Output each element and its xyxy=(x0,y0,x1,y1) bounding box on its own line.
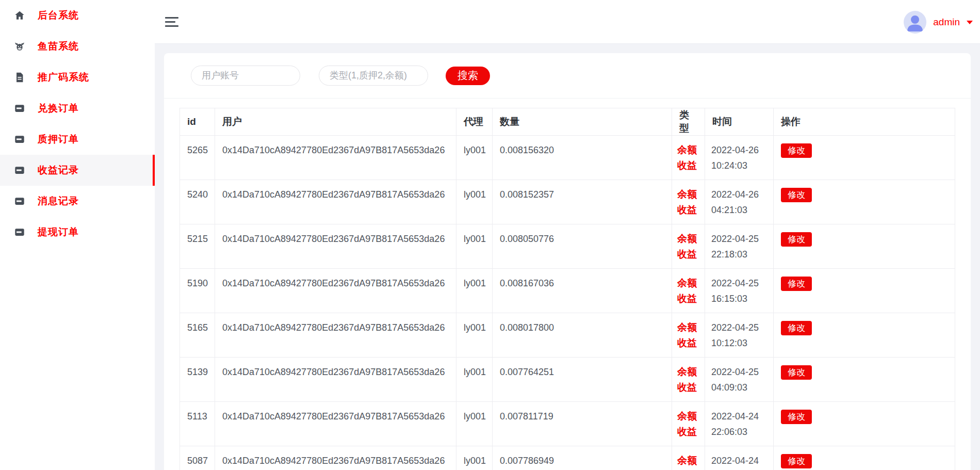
cell-id: 5139 xyxy=(180,358,215,402)
cell-type: 余额收益 xyxy=(672,446,705,470)
sidebar-nav: 后台系统鱼苗系统推广码系统兑换订单质押订单收益记录消息记录提现订单 xyxy=(0,0,155,248)
col-header-id: id xyxy=(180,108,215,136)
sidebar-item-exchange-orders[interactable]: 兑换订单 xyxy=(0,93,155,124)
edit-button[interactable]: 修改 xyxy=(781,277,812,291)
sidebar-item-label: 推广码系统 xyxy=(38,71,89,84)
cell-id: 5240 xyxy=(180,180,215,224)
sidebar-item-earnings-records[interactable]: 收益记录 xyxy=(0,155,155,186)
table-header-row: id用户代理数量类型时间操作 xyxy=(180,108,955,136)
cell-time: 2022-04-25 10:12:03 xyxy=(705,313,774,358)
sidebar-item-label: 鱼苗系统 xyxy=(38,40,79,53)
card-icon xyxy=(14,196,25,207)
cell-user: 0x14Da710cA89427780Ed2367dA97B817A5653da… xyxy=(215,136,456,180)
cell-type: 余额收益 xyxy=(672,136,705,180)
edit-button[interactable]: 修改 xyxy=(781,410,812,424)
cell-id: 5190 xyxy=(180,269,215,313)
col-header-time: 时间 xyxy=(705,108,774,136)
sidebar-item-promo-code-system[interactable]: 推广码系统 xyxy=(0,62,155,93)
cell-user: 0x14Da710cA89427780Ed2367dA97B817A5653da… xyxy=(215,180,456,224)
cell-action: 修改 xyxy=(774,402,955,446)
cell-agent: ly001 xyxy=(456,180,493,224)
chevron-down-icon[interactable] xyxy=(967,21,973,24)
cell-type: 余额收益 xyxy=(672,313,705,358)
card-icon xyxy=(14,103,25,114)
col-header-amount: 数量 xyxy=(493,108,672,136)
col-header-type: 类型 xyxy=(672,108,705,136)
records-table: id用户代理数量类型时间操作 5265 0x14Da710cA89427780E… xyxy=(179,108,955,470)
table-row: 5139 0x14Da710cA89427780Ed2367dA97B817A5… xyxy=(180,358,955,402)
cell-amount: 0.008152357 xyxy=(493,180,672,224)
edit-button[interactable]: 修改 xyxy=(781,232,812,247)
cell-action: 修改 xyxy=(774,269,955,313)
cell-agent: ly001 xyxy=(456,358,493,402)
account-input[interactable] xyxy=(191,66,300,86)
records-table-wrap: id用户代理数量类型时间操作 5265 0x14Da710cA89427780E… xyxy=(164,99,971,470)
cell-user: 0x14Da710cA89427780Ed2367dA97B817A5653da… xyxy=(215,446,456,470)
cell-time: 2022-04-26 10:24:03 xyxy=(705,136,774,180)
cell-amount: 0.008050776 xyxy=(493,224,672,269)
cell-id: 5165 xyxy=(180,313,215,358)
hamburger-menu-icon[interactable] xyxy=(165,17,178,27)
cell-action: 修改 xyxy=(774,180,955,224)
cell-id: 5087 xyxy=(180,446,215,470)
sidebar-item-label: 质押订单 xyxy=(38,133,79,146)
sidebar-item-backend-system[interactable]: 后台系统 xyxy=(0,0,155,31)
user-menu[interactable]: admin xyxy=(904,0,973,44)
sidebar-item-label: 消息记录 xyxy=(38,195,79,208)
cell-user: 0x14Da710cA89427780Ed2367dA97B817A5653da… xyxy=(215,313,456,358)
cell-amount: 0.008156320 xyxy=(493,136,672,180)
col-header-user: 用户 xyxy=(215,108,456,136)
cell-amount: 0.007764251 xyxy=(493,358,672,402)
sidebar-item-label: 兑换订单 xyxy=(38,102,79,115)
avatar[interactable] xyxy=(904,11,926,34)
home-icon xyxy=(14,10,25,21)
edit-button[interactable]: 修改 xyxy=(781,365,812,380)
cell-time: 2022-04-25 16:15:03 xyxy=(705,269,774,313)
col-header-agent: 代理 xyxy=(456,108,493,136)
sidebar-item-withdraw-orders[interactable]: 提现订单 xyxy=(0,217,155,248)
edit-button[interactable]: 修改 xyxy=(781,454,812,468)
sidebar-item-label: 后台系统 xyxy=(38,9,79,22)
search-button[interactable]: 搜索 xyxy=(446,67,490,85)
cell-user: 0x14Da710cA89427780Ed2367dA97B817A5653da… xyxy=(215,358,456,402)
cell-type: 余额收益 xyxy=(672,224,705,269)
user-name[interactable]: admin xyxy=(933,17,960,28)
sidebar-item-label: 收益记录 xyxy=(38,164,79,177)
cell-agent: ly001 xyxy=(456,446,493,470)
cell-type: 余额收益 xyxy=(672,180,705,224)
sidebar-item-pledge-orders[interactable]: 质押订单 xyxy=(0,124,155,155)
cell-agent: ly001 xyxy=(456,136,493,180)
main-area: admin 搜索 id用户代理数量类型时间操作 5265 0x14Da710c xyxy=(155,0,980,470)
table-row: 5215 0x14Da710cA89427780Ed2367dA97B817A5… xyxy=(180,224,955,269)
table-row: 5240 0x14Da710cA89427780Ed2367dA97B817A5… xyxy=(180,180,955,224)
cell-action: 修改 xyxy=(774,313,955,358)
col-header-action: 操作 xyxy=(774,108,955,136)
cell-amount: 0.007786949 xyxy=(493,446,672,470)
card-icon xyxy=(14,134,25,145)
cell-amount: 0.008017800 xyxy=(493,313,672,358)
table-row: 5087 0x14Da710cA89427780Ed2367dA97B817A5… xyxy=(180,446,955,470)
cell-user: 0x14Da710cA89427780Ed2367dA97B817A5653da… xyxy=(215,402,456,446)
edit-button[interactable]: 修改 xyxy=(781,188,812,202)
cell-id: 5215 xyxy=(180,224,215,269)
card-icon xyxy=(14,226,25,238)
cell-time: 2022-04-26 04:21:03 xyxy=(705,180,774,224)
cell-agent: ly001 xyxy=(456,313,493,358)
cell-agent: ly001 xyxy=(456,224,493,269)
cell-time: 2022-04-25 22:18:03 xyxy=(705,224,774,269)
type-input[interactable] xyxy=(319,66,428,86)
cell-time: 2022-04-24 16:03:02 xyxy=(705,446,774,470)
card-icon xyxy=(14,165,25,176)
edit-button[interactable]: 修改 xyxy=(781,321,812,335)
table-row: 5265 0x14Da710cA89427780Ed2367dA97B817A5… xyxy=(180,136,955,180)
cell-amount: 0.007811719 xyxy=(493,402,672,446)
edit-button[interactable]: 修改 xyxy=(781,143,812,158)
sidebar-item-message-records[interactable]: 消息记录 xyxy=(0,186,155,217)
cow-icon xyxy=(14,41,25,52)
cell-type: 余额收益 xyxy=(672,402,705,446)
doc-icon xyxy=(14,72,25,83)
cell-action: 修改 xyxy=(774,136,955,180)
cell-time: 2022-04-25 04:09:03 xyxy=(705,358,774,402)
sidebar-item-fry-system[interactable]: 鱼苗系统 xyxy=(0,31,155,62)
cell-amount: 0.008167036 xyxy=(493,269,672,313)
